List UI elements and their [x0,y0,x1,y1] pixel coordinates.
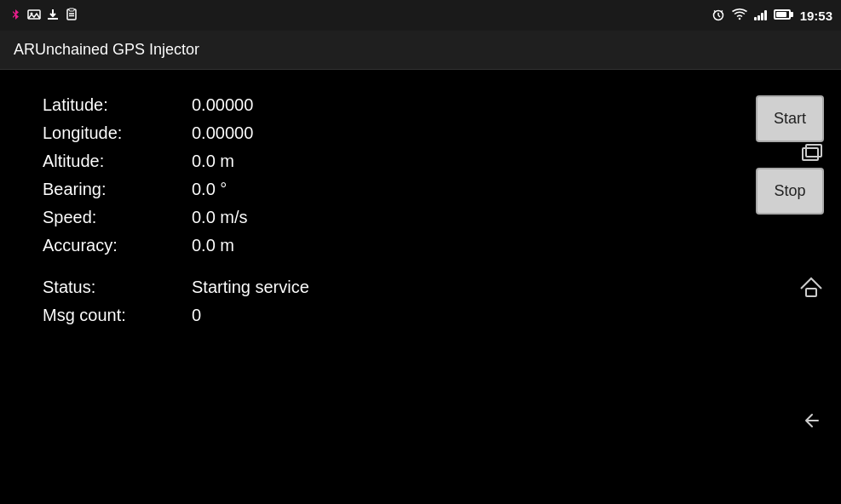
back-nav-icon[interactable] [794,404,828,438]
svg-rect-12 [803,148,818,160]
status-bar-left [9,8,78,24]
home-nav-icon[interactable] [794,270,828,304]
longitude-row: Longitude: 0.00000 [43,123,722,143]
app-title: ARUnchained GPS Injector [14,41,199,59]
status-section: Status: Starting service Msg count: 0 [43,278,722,334]
speed-label: Speed: [43,208,192,227]
wifi-icon [732,9,747,23]
time-display: 19:53 [800,9,832,23]
altitude-label: Altitude: [43,152,192,171]
bearing-label: Bearing: [43,180,192,199]
accuracy-value: 0.0 m [192,236,234,255]
altitude-row: Altitude: 0.0 m [43,152,722,171]
bearing-row: Bearing: 0.0 ° [43,180,722,199]
accuracy-label: Accuracy: [43,236,192,255]
bluetooth-icon [9,8,22,24]
gallery-icon [27,8,41,24]
msgcount-label: Msg count: [43,306,192,325]
svg-line-9 [718,15,720,17]
accuracy-row: Accuracy: 0.0 m [43,236,722,255]
title-bar: ARUnchained GPS Injector [0,31,841,70]
bearing-value: 0.0 ° [192,180,227,199]
svg-rect-4 [69,9,74,11]
altitude-value: 0.0 m [192,152,234,171]
speed-row: Speed: 0.0 m/s [43,208,722,227]
status-label: Status: [43,278,192,297]
battery-icon [774,9,793,22]
svg-rect-13 [806,145,821,157]
data-section: Latitude: 0.00000 Longitude: 0.00000 Alt… [43,87,722,487]
clipboard-icon [65,8,78,24]
status-row: Status: Starting service [43,278,722,297]
alarm-icon [711,8,725,24]
latitude-label: Latitude: [43,95,192,115]
right-nav [794,70,828,504]
longitude-value: 0.00000 [192,123,253,143]
latitude-row: Latitude: 0.00000 [43,95,722,115]
msgcount-value: 0 [192,306,201,325]
longitude-label: Longitude: [43,123,192,143]
window-nav-icon[interactable] [794,136,828,170]
svg-rect-14 [806,289,816,296]
main-content: Latitude: 0.00000 Longitude: 0.00000 Alt… [0,70,841,504]
status-bar-right: 19:53 [711,8,832,24]
speed-value: 0.0 m/s [192,208,248,227]
status-bar: 19:53 [0,0,841,31]
status-value: Starting service [192,278,309,297]
signal-icon [754,9,767,23]
msgcount-row: Msg count: 0 [43,306,722,325]
latitude-value: 0.00000 [192,95,253,115]
download-icon [46,8,60,24]
